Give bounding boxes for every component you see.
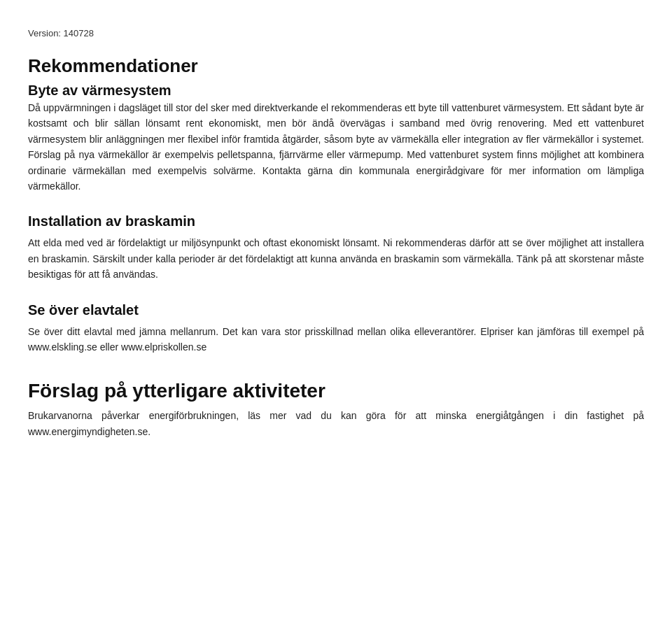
page-title: Rekommendationer [28, 55, 644, 77]
braskamin-paragraph: Att elda med ved är fördelaktigt ur milj… [28, 235, 644, 282]
elavtal-paragraph: Se över ditt elavtal med jämna mellanrum… [28, 324, 644, 355]
braskamin-title: Installation av braskamin [28, 213, 644, 229]
ytterligare-title: Förslag på ytterligare aktiviteter [28, 380, 644, 402]
byte-paragraph: Då uppvärmningen i dagsläget till stor d… [28, 100, 644, 194]
version-label: Version: 140728 [28, 28, 644, 38]
elavtal-title: Se över elavtalet [28, 302, 644, 318]
byte-subtitle: Byte av värmesystem [28, 83, 644, 99]
ytterligare-paragraph: Brukarvanorna påverkar energiförbrukning… [28, 408, 644, 439]
